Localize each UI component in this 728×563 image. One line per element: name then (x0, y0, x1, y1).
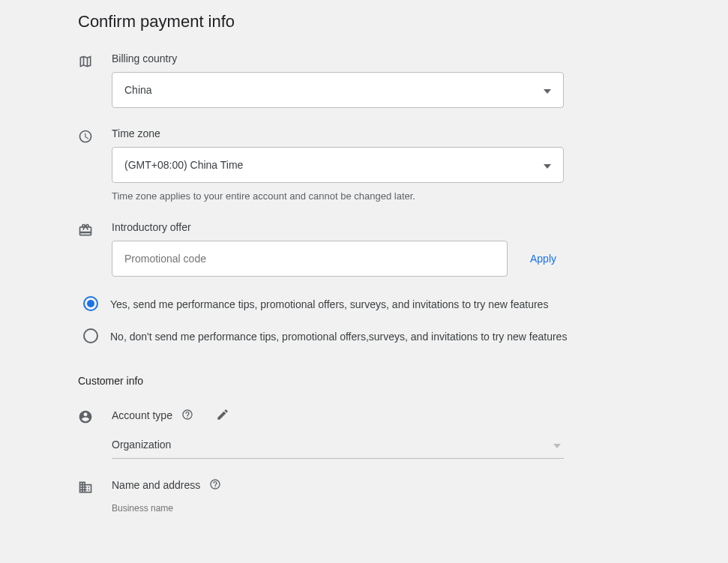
account-type-label: Account type (112, 409, 172, 421)
building-icon (78, 485, 93, 497)
help-icon[interactable] (209, 478, 221, 493)
billing-country-section: Billing country China (78, 52, 650, 108)
timezone-label: Time zone (112, 127, 650, 139)
chevron-down-icon (553, 439, 561, 451)
billing-country-select[interactable]: China (112, 72, 564, 108)
chevron-down-icon (544, 84, 551, 96)
customer-info-heading: Customer info (78, 375, 650, 387)
promo-code-input[interactable] (112, 241, 508, 277)
edit-icon[interactable] (202, 408, 229, 424)
page-title: Confirm payment info (78, 12, 650, 31)
business-name-label: Business name (112, 503, 650, 514)
clock-icon (78, 134, 93, 146)
radio-unselected-icon (83, 328, 98, 343)
offer-label: Introductory offer (112, 221, 650, 233)
timezone-section: Time zone (GMT+08:00) China Time Time zo… (78, 127, 650, 202)
chevron-down-icon (544, 159, 551, 171)
offer-section: Introductory offer Apply (78, 221, 650, 277)
gift-icon (78, 228, 93, 240)
account-type-value: Organization (112, 439, 171, 451)
timezone-value: (GMT+08:00) China Time (124, 159, 243, 171)
name-address-section: Name and address Business name (78, 478, 650, 514)
account-type-section: Account type Organization (78, 408, 650, 459)
timezone-select[interactable]: (GMT+08:00) China Time (112, 147, 564, 183)
person-icon (78, 415, 93, 427)
tips-radio-group: Yes, send me performance tips, promotion… (78, 296, 650, 345)
radio-selected-icon (83, 296, 98, 311)
name-address-label: Name and address (112, 479, 200, 491)
tips-yes-option[interactable]: Yes, send me performance tips, promotion… (78, 296, 650, 312)
map-icon (78, 59, 93, 71)
help-icon[interactable] (181, 409, 193, 423)
tips-yes-label: Yes, send me performance tips, promotion… (110, 296, 548, 312)
timezone-helper: Time zone applies to your entire account… (112, 190, 650, 202)
billing-country-label: Billing country (112, 52, 650, 64)
tips-no-label: No, don't send me performance tips, prom… (110, 328, 567, 344)
account-type-select[interactable]: Organization (112, 431, 564, 459)
apply-button[interactable]: Apply (523, 247, 564, 271)
billing-country-value: China (124, 84, 152, 96)
tips-no-option[interactable]: No, don't send me performance tips, prom… (78, 328, 650, 344)
